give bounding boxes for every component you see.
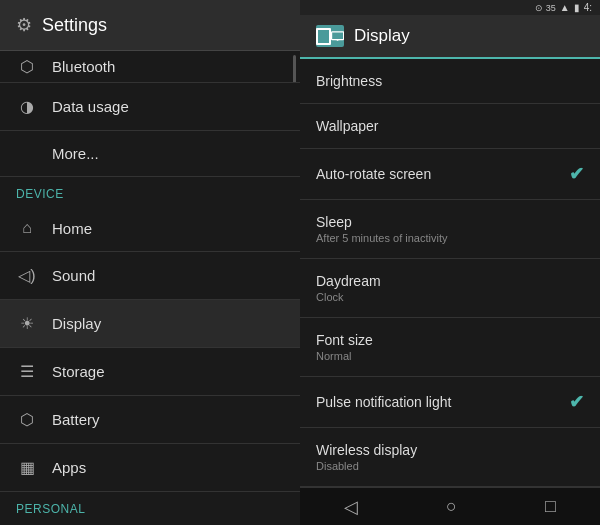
- item-sub-label: Normal: [316, 350, 584, 362]
- item-text: Auto-rotate screen: [316, 166, 569, 182]
- display-item-font-size[interactable]: Font size Normal: [300, 318, 600, 377]
- signal-icon: ▲: [560, 2, 570, 13]
- nav-back-button[interactable]: ◁: [328, 490, 374, 524]
- gear-icon: ⚙: [16, 14, 32, 36]
- item-text: Daydream Clock: [316, 273, 584, 303]
- display-section-icon: [316, 25, 344, 47]
- item-main-label: Brightness: [316, 73, 584, 89]
- sidebar-item-label: Bluetooth: [52, 58, 115, 75]
- sidebar-item-label: Apps: [52, 459, 86, 476]
- display-icon: ☀: [16, 314, 38, 333]
- sidebar-item-apps[interactable]: ▦ Apps: [0, 444, 300, 492]
- left-panel: ⚙ Settings ⬡ Bluetooth ◑ Data usage More…: [0, 0, 300, 525]
- battery-status-icon: ▮: [574, 2, 580, 13]
- display-item-wireless-display[interactable]: Wireless display Disabled: [300, 428, 600, 487]
- auto-rotate-checkmark: ✔: [569, 163, 584, 185]
- section-header-personal: PERSONAL: [0, 492, 300, 520]
- left-nav: ⬡ Bluetooth ◑ Data usage More... DEVICE …: [0, 51, 300, 525]
- display-section-header: Display: [300, 15, 600, 59]
- item-main-label: Daydream: [316, 273, 584, 289]
- svg-rect-0: [331, 32, 343, 40]
- home-icon: ⌂: [16, 219, 38, 237]
- sidebar-item-home[interactable]: ⌂ Home: [0, 205, 300, 252]
- display-item-daydream[interactable]: Daydream Clock: [300, 259, 600, 318]
- sidebar-item-more[interactable]: More...: [0, 131, 300, 177]
- item-text: Brightness: [316, 73, 584, 89]
- bluetooth-icon: ⬡: [16, 57, 38, 76]
- sidebar-item-bluetooth[interactable]: ⬡ Bluetooth: [0, 51, 300, 83]
- item-main-label: Auto-rotate screen: [316, 166, 569, 182]
- item-main-label: Wallpaper: [316, 118, 584, 134]
- sidebar-item-display[interactable]: ☀ Display: [0, 300, 300, 348]
- item-text: Wireless display Disabled: [316, 442, 584, 472]
- nav-bar: ◁ ○ □: [300, 487, 600, 525]
- item-main-label: Sleep: [316, 214, 584, 230]
- scrollbar: [293, 55, 296, 83]
- item-text: Sleep After 5 minutes of inactivity: [316, 214, 584, 244]
- item-sub-label: Clock: [316, 291, 584, 303]
- sidebar-item-battery[interactable]: ⬡ Battery: [0, 396, 300, 444]
- sound-icon: ◁): [16, 266, 38, 285]
- right-panel: ⊙ 35 ▲ ▮ 4: Display Brightness: [300, 0, 600, 525]
- nav-recents-button[interactable]: □: [529, 490, 572, 523]
- display-header-wrapper: ⊙ 35 ▲ ▮ 4: Display: [300, 0, 600, 59]
- item-text: Pulse notification light: [316, 394, 569, 410]
- storage-icon: ☰: [16, 362, 38, 381]
- item-text: Wallpaper: [316, 118, 584, 134]
- status-bar: ⊙ 35 ▲ ▮ 4:: [300, 0, 600, 15]
- monitor-svg: [331, 28, 344, 44]
- sidebar-item-label: More...: [52, 145, 99, 162]
- item-text: Font size Normal: [316, 332, 584, 362]
- sidebar-item-label: Data usage: [52, 98, 129, 115]
- display-item-brightness[interactable]: Brightness: [300, 59, 600, 104]
- status-extra: ⊙ 35: [535, 3, 556, 13]
- item-sub-label: Disabled: [316, 460, 584, 472]
- sidebar-item-sound[interactable]: ◁) Sound: [0, 252, 300, 300]
- settings-header: ⚙ Settings: [0, 0, 300, 51]
- sidebar-item-storage[interactable]: ☰ Storage: [0, 348, 300, 396]
- item-sub-label: After 5 minutes of inactivity: [316, 232, 584, 244]
- apps-icon: ▦: [16, 458, 38, 477]
- sidebar-item-data-usage[interactable]: ◑ Data usage: [0, 83, 300, 131]
- sidebar-item-label: Battery: [52, 411, 100, 428]
- item-main-label: Wireless display: [316, 442, 584, 458]
- sidebar-item-location[interactable]: ◉ Location: [0, 520, 300, 525]
- pulse-notification-checkmark: ✔: [569, 391, 584, 413]
- display-page-title: Display: [354, 26, 410, 46]
- clock: 4:: [584, 2, 592, 13]
- display-item-auto-rotate[interactable]: Auto-rotate screen ✔: [300, 149, 600, 200]
- data-usage-icon: ◑: [16, 97, 38, 116]
- sidebar-item-label: Home: [52, 220, 92, 237]
- item-main-label: Pulse notification light: [316, 394, 569, 410]
- item-main-label: Font size: [316, 332, 584, 348]
- section-header-device: DEVICE: [0, 177, 300, 205]
- display-item-pulse-notification[interactable]: Pulse notification light ✔: [300, 377, 600, 428]
- battery-icon: ⬡: [16, 410, 38, 429]
- display-item-wallpaper[interactable]: Wallpaper: [300, 104, 600, 149]
- display-settings-list: Brightness Wallpaper Auto-rotate screen …: [300, 59, 600, 487]
- sidebar-item-label: Storage: [52, 363, 105, 380]
- display-header-left: Display: [316, 25, 410, 47]
- sidebar-item-label: Display: [52, 315, 101, 332]
- sidebar-item-label: Sound: [52, 267, 95, 284]
- settings-title: Settings: [42, 15, 107, 36]
- nav-home-button[interactable]: ○: [430, 490, 473, 523]
- display-item-sleep[interactable]: Sleep After 5 minutes of inactivity: [300, 200, 600, 259]
